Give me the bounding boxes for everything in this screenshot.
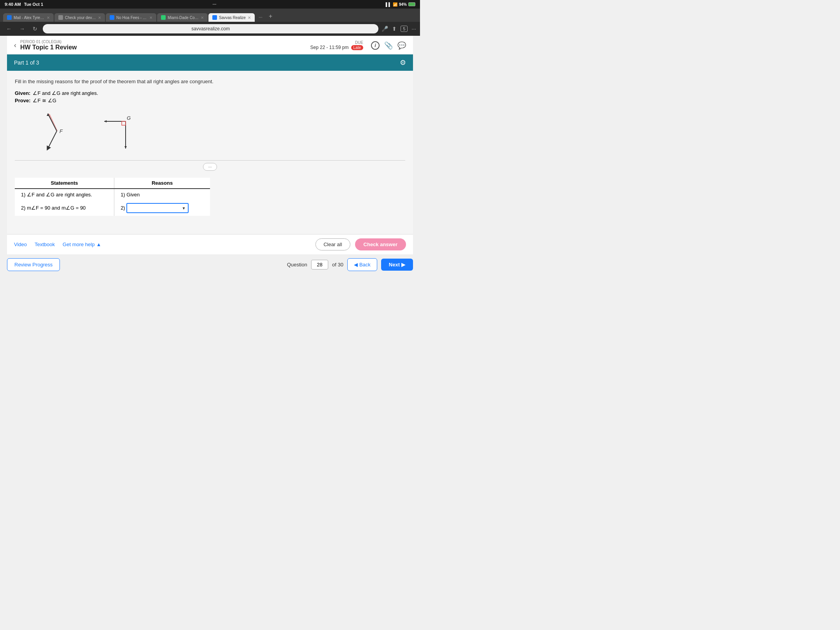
proof-table: Statements Reasons 1) ∠F and ∠G are righ… bbox=[15, 178, 210, 216]
back-chevron-icon: ◀ bbox=[354, 262, 358, 268]
question-total: of 30 bbox=[332, 262, 343, 268]
expander-button[interactable]: ··· bbox=[203, 163, 217, 171]
question-number-input[interactable] bbox=[311, 260, 328, 270]
tab-check-close[interactable]: ✕ bbox=[98, 16, 101, 20]
row1-reason-num: 1) bbox=[121, 192, 126, 198]
page-wrapper: ‹ PERIOD 01 (COLEGIA) HW Topic 1 Review … bbox=[7, 36, 413, 254]
tab-miami-close[interactable]: ✕ bbox=[201, 16, 204, 20]
info-icon[interactable]: i bbox=[371, 41, 380, 50]
tab-savvas[interactable]: Savvas Realize ✕ bbox=[208, 13, 255, 22]
tab-nohoa[interactable]: No Hoa Fees - Flori... ✕ bbox=[106, 13, 156, 22]
angle-f-figure: F bbox=[46, 110, 77, 152]
next-label: Next bbox=[389, 262, 400, 268]
wifi-icon: 📶 bbox=[393, 2, 397, 7]
expander[interactable]: ··· bbox=[15, 161, 405, 173]
help-links: Video Textbook Get more help ▲ bbox=[14, 242, 101, 247]
angle-g-figure: G bbox=[100, 110, 131, 152]
tab-check[interactable]: Check your device's ✕ bbox=[54, 13, 105, 22]
statement-2: 2) m∠F = 90 and m∠G = 90 bbox=[15, 200, 114, 216]
more-menu-icon[interactable]: ··· bbox=[411, 26, 416, 32]
late-badge: Late bbox=[351, 45, 363, 50]
tabs-count-icon[interactable]: 5 bbox=[401, 26, 408, 32]
given-label: Given: bbox=[15, 90, 30, 96]
signal-icon: ▌▌ bbox=[386, 2, 391, 7]
question-label: Question bbox=[287, 262, 307, 268]
tab-miami-favicon bbox=[161, 15, 166, 20]
row1-statement: ∠F and ∠G are right angles. bbox=[27, 192, 92, 198]
back-nav-button[interactable]: ◀ Back bbox=[347, 258, 377, 271]
get-more-help-label: Get more help bbox=[63, 242, 94, 247]
svg-marker-8 bbox=[124, 146, 127, 149]
tab-nohoa-favicon bbox=[110, 15, 114, 20]
svg-text:F: F bbox=[60, 128, 63, 134]
tab-savvas-favicon bbox=[212, 15, 217, 20]
page-header: ‹ PERIOD 01 (COLEGIA) HW Topic 1 Review … bbox=[7, 36, 413, 54]
forward-button[interactable]: → bbox=[17, 24, 27, 33]
new-tab-button[interactable]: + bbox=[266, 11, 275, 22]
content-area: Fill in the missing reasons for the proo… bbox=[7, 71, 413, 234]
next-chevron-icon: ▶ bbox=[401, 262, 405, 268]
reason2-dropdown[interactable] bbox=[126, 203, 189, 213]
tab-nohoa-label: No Hoa Fees - Flori... bbox=[116, 16, 147, 20]
tab-savvas-label: Savvas Realize bbox=[219, 16, 246, 20]
footer-nav: Review Progress Question of 30 ◀ Back Ne… bbox=[0, 254, 420, 275]
settings-icon[interactable]: ⚙ bbox=[400, 58, 406, 67]
tab-mail[interactable]: Mail - Alex Tyrell - O ✕ bbox=[3, 13, 54, 22]
page-back-button[interactable]: ‹ bbox=[14, 41, 16, 49]
back-label: Back bbox=[359, 262, 371, 268]
back-button[interactable]: ← bbox=[4, 24, 14, 33]
statement-1: 1) ∠F and ∠G are right angles. bbox=[15, 189, 114, 200]
tab-mail-close[interactable]: ✕ bbox=[47, 16, 50, 20]
statements-header: Statements bbox=[15, 178, 114, 189]
more-tabs-icon[interactable]: ··· bbox=[256, 12, 266, 22]
row2-statement: m∠F = 90 and m∠G = 90 bbox=[27, 205, 86, 211]
svg-marker-6 bbox=[104, 120, 107, 122]
geometry-figures: F G bbox=[46, 110, 405, 152]
given-text: ∠F and ∠G are right angles. bbox=[33, 90, 98, 96]
microphone-icon[interactable]: 🎤 bbox=[382, 26, 388, 32]
table-row: 2) m∠F = 90 and m∠G = 90 2) ▼ bbox=[15, 200, 210, 216]
video-link[interactable]: Video bbox=[14, 242, 27, 247]
battery-percent: 94% bbox=[399, 2, 407, 7]
svg-rect-9 bbox=[122, 121, 126, 125]
address-bar: ← → ↻ savvasrealize.com 🎤 ⬆ 5 ··· bbox=[0, 22, 420, 36]
review-progress-button[interactable]: Review Progress bbox=[7, 258, 60, 271]
clear-all-button[interactable]: Clear all bbox=[315, 238, 350, 250]
svg-line-1 bbox=[48, 114, 57, 131]
reason-1: 1) Given bbox=[114, 189, 210, 200]
tab-bar: Mail - Alex Tyrell - O ✕ Check your devi… bbox=[0, 9, 420, 22]
tab-miami[interactable]: Miami-Dade County ✕ bbox=[157, 13, 208, 22]
reason2-dropdown-wrapper: ▼ bbox=[126, 203, 189, 213]
tab-savvas-close[interactable]: ✕ bbox=[248, 16, 251, 20]
svg-line-2 bbox=[48, 131, 57, 149]
tab-dots: ··· bbox=[212, 2, 216, 7]
tab-check-favicon bbox=[58, 15, 63, 20]
part-banner: Part 1 of 3 ⚙ bbox=[7, 54, 413, 71]
tab-nohoa-close[interactable]: ✕ bbox=[149, 16, 152, 20]
tab-mail-favicon bbox=[7, 15, 12, 20]
header-icons: i 📎 💬 bbox=[371, 41, 406, 50]
reasons-header: Reasons bbox=[114, 178, 210, 189]
reload-button[interactable]: ↻ bbox=[30, 24, 40, 33]
tab-check-label: Check your device's bbox=[65, 16, 96, 20]
chevron-up-icon: ▲ bbox=[96, 242, 101, 247]
date: Tue Oct 1 bbox=[24, 2, 43, 7]
comment-icon[interactable]: 💬 bbox=[397, 41, 406, 50]
get-more-help-link[interactable]: Get more help ▲ bbox=[63, 242, 101, 247]
url-input[interactable]: savvasrealize.com bbox=[43, 24, 378, 33]
bottom-toolbar: Video Textbook Get more help ▲ Clear all… bbox=[7, 234, 413, 254]
bottom-action-buttons: Clear all Check answer bbox=[315, 238, 406, 250]
check-answer-button[interactable]: Check answer bbox=[355, 238, 406, 250]
assignment-title: HW Topic 1 Review bbox=[20, 44, 77, 51]
row2-reason-num: 2) bbox=[121, 205, 126, 211]
status-bar: 9:40 AM Tue Oct 1 ··· ▌▌ 📶 94% bbox=[0, 0, 420, 9]
attachment-icon[interactable]: 📎 bbox=[384, 41, 393, 50]
browser-chrome: Mail - Alex Tyrell - O ✕ Check your devi… bbox=[0, 9, 420, 36]
tab-mail-label: Mail - Alex Tyrell - O bbox=[14, 16, 45, 20]
row2-num: 2) bbox=[21, 205, 27, 211]
share-icon[interactable]: ⬆ bbox=[392, 26, 397, 32]
battery-icon bbox=[408, 2, 415, 6]
textbook-link[interactable]: Textbook bbox=[35, 242, 55, 247]
next-nav-button[interactable]: Next ▶ bbox=[381, 259, 413, 271]
due-date: Sep 22 - 11:59 pm Late bbox=[310, 45, 363, 50]
